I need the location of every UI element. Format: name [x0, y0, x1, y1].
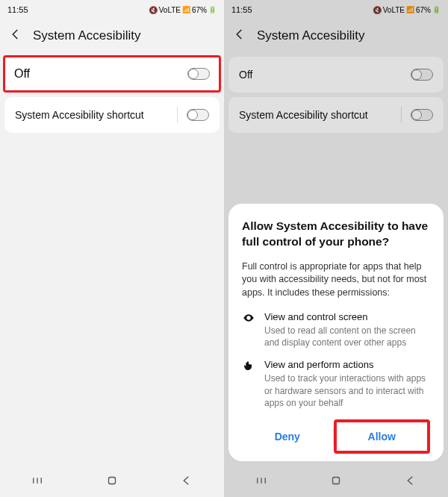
- title-bar: System Accesibility: [224, 19, 448, 52]
- screenshot-right: 11:55 🔇 VoLTE 📶 67% 🔋 System Accesibilit…: [224, 0, 448, 497]
- off-label: Off: [239, 69, 252, 81]
- recents-icon[interactable]: [255, 474, 268, 490]
- shortcut-toggle[interactable]: [187, 109, 209, 121]
- master-toggle[interactable]: [411, 69, 433, 81]
- perm1-title: View and control screen: [264, 311, 430, 322]
- perm2-desc: Used to track your interactions with app…: [264, 372, 430, 409]
- permission-dialog: Allow System Accesibility to have full c…: [228, 204, 444, 461]
- deny-button[interactable]: Deny: [242, 419, 333, 454]
- title-bar: System Accesibility: [0, 19, 224, 52]
- page-title: System Accesibility: [257, 28, 365, 43]
- status-icons: 🔇 VoLTE 📶 67% 🔋: [373, 6, 441, 14]
- mute-icon: 🔇: [149, 6, 158, 14]
- nav-back-icon[interactable]: [404, 474, 417, 490]
- shortcut-row[interactable]: System Accesibility shortcut: [4, 97, 220, 133]
- master-toggle[interactable]: [187, 68, 210, 80]
- signal-icon: 📶: [406, 6, 414, 13]
- battery-icon: 🔋: [208, 6, 217, 13]
- battery-icon: 🔋: [432, 6, 441, 13]
- off-label: Off: [14, 67, 30, 81]
- signal-icon: 📶: [182, 6, 190, 13]
- home-icon[interactable]: [105, 474, 119, 490]
- network-label: VoLTE: [383, 6, 405, 14]
- back-icon[interactable]: [9, 28, 22, 44]
- status-bar: 11:55 🔇 VoLTE 📶 67% 🔋: [0, 0, 224, 19]
- page-title: System Accesibility: [33, 28, 141, 43]
- mute-icon: 🔇: [373, 6, 382, 14]
- svg-rect-3: [109, 478, 116, 484]
- permission-actions: View and perform actions Used to track y…: [242, 359, 430, 409]
- shortcut-row[interactable]: System Accesibility shortcut: [228, 97, 444, 133]
- perm2-title: View and perform actions: [264, 359, 430, 370]
- nav-bar: [224, 467, 448, 497]
- eye-icon: [242, 311, 255, 348]
- row-divider: [177, 107, 178, 123]
- recents-icon[interactable]: [31, 474, 44, 490]
- permission-view: View and control screen Used to read all…: [242, 311, 430, 348]
- shortcut-toggle[interactable]: [411, 109, 433, 121]
- back-icon[interactable]: [233, 28, 246, 44]
- status-icons: 🔇 VoLTE 📶 67% 🔋: [149, 6, 217, 14]
- dialog-body: Full control is appropriate for apps tha…: [242, 260, 430, 300]
- highlight-off-row: Off: [3, 55, 221, 93]
- status-bar: 11:55 🔇 VoLTE 📶 67% 🔋: [224, 0, 448, 19]
- battery-label: 67%: [416, 6, 431, 14]
- dialog-actions: Deny Allow: [242, 419, 430, 454]
- battery-label: 67%: [192, 6, 207, 14]
- shortcut-label: System Accesibility shortcut: [15, 109, 144, 121]
- svg-rect-7: [333, 478, 340, 484]
- shortcut-label: System Accesibility shortcut: [239, 109, 368, 121]
- nav-back-icon[interactable]: [180, 474, 193, 490]
- off-row[interactable]: Off: [228, 57, 444, 93]
- row-divider: [401, 107, 402, 123]
- screenshot-left: 11:55 🔇 VoLTE 📶 67% 🔋 System Accesibilit…: [0, 0, 224, 497]
- network-label: VoLTE: [159, 6, 181, 14]
- perm1-desc: Used to read all content on the screen a…: [264, 325, 430, 348]
- clock: 11:55: [231, 5, 252, 14]
- dialog-title: Allow System Accesibility to have full c…: [242, 219, 430, 250]
- allow-button[interactable]: Allow: [334, 419, 431, 454]
- clock: 11:55: [7, 5, 28, 14]
- home-icon[interactable]: [329, 474, 343, 490]
- nav-bar: [0, 467, 224, 497]
- hand-icon: [242, 359, 255, 409]
